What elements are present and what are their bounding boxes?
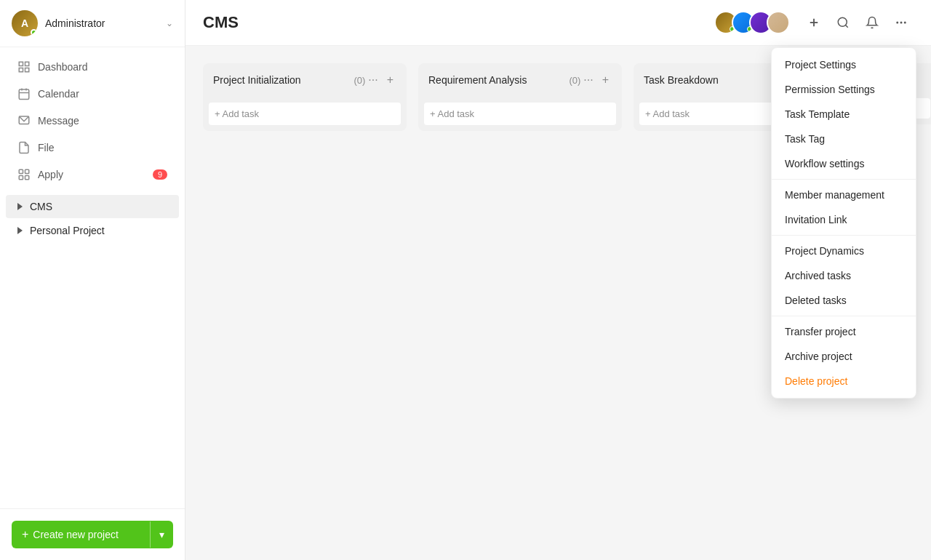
svg-point-18 [900,22,903,24]
column-project-initialization: Project Initialization (0) ··· + + Add t… [203,63,407,131]
triangle-icon [17,227,23,234]
menu-item-archived-tasks[interactable]: Archived tasks [772,263,916,288]
user-profile[interactable]: A Administrator ⌄ [0,0,185,47]
sidebar: A Administrator ⌄ Dashboard Calendar Mes… [0,0,185,560]
svg-point-15 [838,17,847,26]
sidebar-item-calendar[interactable]: Calendar [6,81,179,107]
svg-rect-1 [25,62,29,65]
online-indicator [31,29,37,36]
column-count: (0) [353,75,365,86]
triangle-icon [17,203,23,210]
svg-rect-4 [19,89,29,100]
column-requirement-analysis: Requirement Analysis (0) ··· + + Add tas… [418,63,622,131]
svg-point-19 [904,22,906,24]
menu-item-transfer-project[interactable]: Transfer project [772,319,916,344]
file-icon [17,141,31,154]
svg-rect-2 [19,68,23,72]
svg-rect-3 [25,68,29,72]
create-btn-chevron[interactable]: ▾ [151,521,173,548]
sidebar-item-apply-label: Apply [38,169,63,180]
dashboard-icon [17,60,31,73]
column-more-button[interactable]: ··· [365,72,380,88]
column-more-button[interactable]: ··· [580,72,596,88]
divider [772,179,916,180]
svg-line-16 [845,25,847,27]
column-header: Requirement Analysis (0) ··· + [418,63,622,97]
plus-icon [807,16,820,29]
menu-item-workflow-settings[interactable]: Workflow settings [772,151,916,176]
user-name: Administrator [45,17,166,29]
svg-rect-0 [19,62,23,65]
sidebar-item-dashboard-label: Dashboard [38,61,88,73]
header-actions [802,10,914,35]
sidebar-item-file-label: File [38,142,55,153]
sidebar-item-cms[interactable]: CMS [6,195,179,218]
menu-item-task-tag[interactable]: Task Tag [772,127,916,151]
apply-badge: 9 [153,169,167,180]
main-header: CMS [185,0,931,46]
column-title: Task Breakdown [644,74,781,86]
menu-item-invitation-link[interactable]: Invitation Link [772,207,916,232]
menu-item-task-template[interactable]: Task Template [772,102,916,127]
menu-item-project-dynamics[interactable]: Project Dynamics [772,239,916,263]
sidebar-item-apply[interactable]: Apply 9 [6,161,179,188]
menu-item-project-settings[interactable]: Project Settings [772,52,916,77]
sidebar-bottom: + Create new project ▾ [0,508,185,560]
column-add-button[interactable]: + [384,72,396,88]
sidebar-nav: Dashboard Calendar Message File Apply [0,47,185,508]
divider [772,316,916,316]
menu-item-permission-settings[interactable]: Permission Settings [772,77,916,102]
column-count: (0) [569,75,580,86]
projects-section: CMS Personal Project [0,188,185,242]
page-title: CMS [203,13,714,32]
column-header: Project Initialization (0) ··· + [203,63,407,97]
add-task-button[interactable]: + Add task [209,103,401,125]
sidebar-item-message[interactable]: Message [6,108,179,134]
sidebar-item-personal[interactable]: Personal Project [6,219,179,242]
svg-rect-10 [25,169,29,173]
svg-rect-12 [25,176,29,180]
search-button[interactable] [831,10,855,35]
main-content: CMS [185,0,931,560]
column-body: + Add task [418,97,622,131]
message-icon [17,114,31,127]
sidebar-item-dashboard[interactable]: Dashboard [6,54,179,80]
divider [772,235,916,236]
personal-label: Personal Project [30,225,105,236]
menu-item-member-management[interactable]: Member management [772,183,916,207]
team-avatars [714,11,790,34]
cms-label: CMS [30,201,52,212]
sidebar-item-calendar-label: Calendar [38,88,79,100]
column-title: Project Initialization [213,74,351,86]
sidebar-item-file[interactable]: File [6,135,179,161]
apply-icon [17,168,31,181]
chevron-icon: ⌄ [166,18,173,28]
column-add-button[interactable]: + [599,72,612,88]
search-icon [836,16,850,29]
svg-rect-9 [19,169,23,173]
calendar-icon [17,87,31,100]
add-button[interactable] [802,10,826,35]
more-button[interactable] [889,10,914,35]
column-body: + Add task [203,97,407,131]
notification-button[interactable] [860,10,884,35]
more-icon [895,16,908,29]
svg-point-17 [896,22,898,24]
sidebar-item-message-label: Message [38,115,79,127]
menu-item-archive-project[interactable]: Archive project [772,344,916,369]
menu-item-delete-project[interactable]: Delete project [772,369,916,393]
avatar: A [12,10,38,36]
create-project-label: Create new project [33,529,119,540]
notification-icon [866,16,879,29]
svg-rect-11 [19,176,23,180]
avatar-4[interactable] [767,11,790,34]
create-project-button[interactable]: + Create new project ▾ [12,521,173,548]
add-task-button[interactable]: + Add task [424,103,616,125]
plus-icon: + [22,528,28,541]
dropdown-menu: Project Settings Permission Settings Tas… [771,47,916,399]
menu-item-deleted-tasks[interactable]: Deleted tasks [772,288,916,313]
column-title: Requirement Analysis [428,74,566,86]
